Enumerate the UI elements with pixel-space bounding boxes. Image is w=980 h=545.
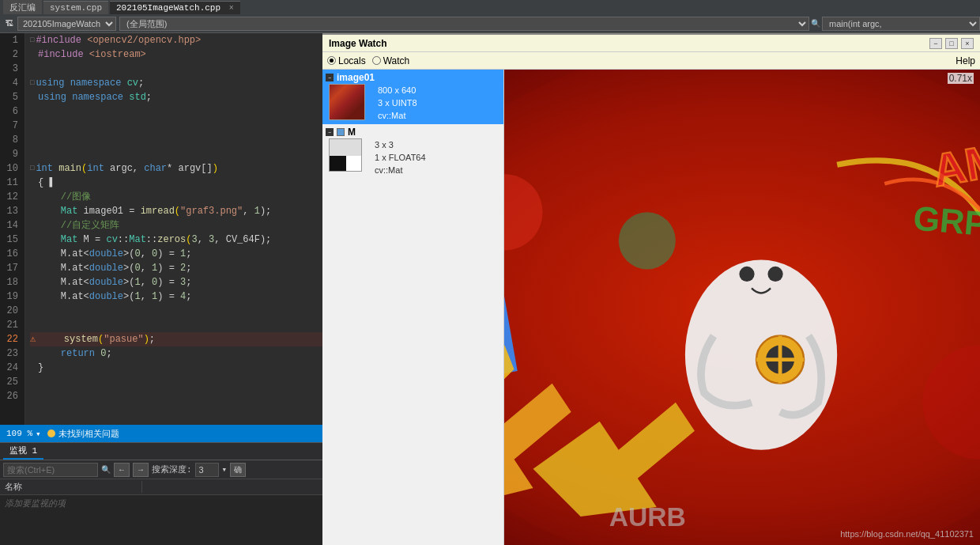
code-lines: 1 2 3 4 5 6 7 8 9 10 11 12 13 14	[0, 33, 322, 425]
code-line-18: M.at<double>(1, 0) = 3;	[30, 275, 322, 290]
graffiti-image: AM GRP AURB	[504, 70, 980, 545]
color-box-m	[337, 128, 345, 136]
imagewatch-item-image01[interactable]: − image01 800 x 640 3 x UINT8 cv::Mat	[322, 70, 503, 124]
code-line-26	[30, 389, 322, 403]
status-warning: 未找到相关问题	[47, 428, 119, 440]
watch-add-item: 添加要监视的项	[0, 496, 70, 511]
code-line-6	[30, 104, 322, 119]
svg-text:GRP: GRP	[912, 199, 980, 243]
code-line-3	[30, 62, 322, 76]
apply-search-btn[interactable]: 确	[230, 463, 246, 477]
status-bar: 109 % ▾ 未找到相关问题	[0, 425, 322, 442]
code-line-17: M.at<double>(0, 1) = 2;	[30, 261, 322, 275]
code-line-9	[30, 147, 322, 161]
code-line-7	[30, 119, 322, 133]
svg-text:AURB: AURB	[609, 502, 686, 532]
watch-toolbar: 🔍 ← → 搜索深度: ▾ 确	[0, 460, 322, 479]
code-line-16: M.at<double>(0, 0) = 1;	[30, 247, 322, 261]
restore-button[interactable]: □	[945, 38, 958, 49]
watermark-text: https://blog.csdn.net/qq_41102371	[840, 529, 974, 539]
tab-bar: 反汇编 system.cpp 202105ImageWatch.cpp ×	[0, 0, 980, 14]
watch-tab-1[interactable]: 监视 1	[3, 443, 43, 460]
svg-point-14	[767, 267, 782, 282]
imagewatch-item-name-m: M	[348, 127, 356, 138]
collapse-btn-10[interactable]: □	[30, 161, 34, 176]
left-panel: 1 2 3 4 5 6 7 8 9 10 11 12 13 14	[0, 33, 322, 545]
imagewatch-header: Image Watch − □ ×	[322, 33, 980, 52]
search-icon: 🔍	[101, 465, 111, 475]
imagewatch-item-name-image01: image01	[337, 72, 375, 83]
svg-point-26	[619, 212, 676, 269]
watch-header: 名称	[0, 479, 322, 495]
code-line-22: ⚠ system("pasue");	[30, 332, 322, 346]
imagewatch-toolbar: Locals Watch Help	[322, 52, 980, 70]
close-button[interactable]: ×	[961, 38, 974, 49]
minimize-button[interactable]: −	[929, 38, 942, 49]
code-line-14: //自定义矩阵	[30, 218, 322, 233]
status-zoom: 109 % ▾	[6, 429, 41, 439]
code-line-20	[30, 304, 322, 318]
code-line-15: Mat M = cv::Mat::zeros(3, 3, CV_64F);	[30, 233, 322, 247]
code-line-8	[30, 133, 322, 147]
code-line-19: M.at<double>(1, 1) = 4;	[30, 290, 322, 304]
code-line-2: #include <iostream>	[30, 47, 322, 62]
code-area: 1 2 3 4 5 6 7 8 9 10 11 12 13 14	[0, 33, 322, 425]
watch-radio[interactable]: Watch	[372, 55, 410, 66]
view-mode-radio-group: Locals Watch	[327, 55, 409, 66]
code-line-23: return 0;	[30, 346, 322, 361]
imagewatch-variable-list: − image01 800 x 640 3 x UINT8 cv::Mat	[322, 70, 504, 545]
zoom-label: 0.71x	[948, 73, 974, 84]
watch-col-name: 名称	[0, 481, 142, 493]
project-select[interactable]: 202105ImageWatch	[17, 17, 116, 31]
code-line-21	[30, 318, 322, 332]
panel-tabs: 监视 1	[0, 443, 322, 460]
tab-close-icon[interactable]: ×	[229, 4, 234, 13]
watch-add-row[interactable]: 添加要监视的项	[0, 495, 322, 511]
imagewatch-item-m[interactable]: − M	[322, 124, 503, 179]
svg-rect-3	[330, 156, 346, 172]
search-toolbar-icon: 🔍	[809, 17, 822, 30]
search-back-btn[interactable]: ←	[114, 463, 130, 477]
code-line-12: //图像	[30, 190, 322, 204]
m-matrix-svg	[330, 139, 362, 172]
project-icon: 🏗	[3, 17, 16, 30]
code-line-11: { ▌	[30, 176, 322, 190]
collapse-icon-image01[interactable]: −	[326, 74, 334, 81]
code-line-25	[30, 375, 322, 389]
code-line-4: □using namespace cv;	[30, 76, 322, 90]
collapse-icon-m[interactable]: −	[326, 128, 334, 136]
imagewatch-item-info-image01: 800 x 640 3 x UINT8 cv::Mat	[365, 84, 417, 122]
imagewatch-image-area: 0.71x	[504, 70, 980, 545]
collapse-btn-4[interactable]: □	[30, 76, 34, 90]
locals-radio[interactable]: Locals	[327, 55, 366, 66]
imagewatch-item-header-image01: − image01	[326, 72, 500, 83]
code-line-10: □int main(int argc, char* argv[])	[30, 161, 322, 176]
locals-radio-circle	[327, 56, 336, 65]
main-layout: 1 2 3 4 5 6 7 8 9 10 11 12 13 14	[0, 33, 980, 545]
search-forward-btn[interactable]: →	[133, 463, 149, 477]
help-link[interactable]: Help	[956, 55, 975, 66]
watch-radio-circle	[372, 56, 381, 65]
imagewatch-thumb-m	[329, 138, 362, 172]
code-content[interactable]: □#include <opencv2/opencv.hpp> #include …	[25, 33, 322, 425]
imagewatch-title: Image Watch	[329, 38, 387, 49]
svg-point-13	[739, 267, 754, 282]
imagewatch-panel: Image Watch − □ × Locals Watch	[322, 33, 980, 545]
code-line-5: using namespace std;	[30, 90, 322, 104]
tab-imagewatch-cpp[interactable]: 202105ImageWatch.cpp ×	[110, 1, 240, 14]
svg-rect-2	[330, 139, 362, 156]
imagewatch-window-controls: − □ ×	[929, 38, 974, 49]
imagewatch-item-info-m: 3 x 3 1 x FLOAT64 cv::Mat	[362, 138, 426, 176]
imagewatch-content: − image01 800 x 640 3 x UINT8 cv::Mat	[322, 70, 980, 545]
watch-search-input[interactable]	[3, 463, 98, 477]
tab-decompile[interactable]: 反汇编	[3, 0, 42, 15]
code-line-13: Mat image01 = imread("graf3.png", 1);	[30, 204, 322, 218]
collapse-btn-1[interactable]: □	[30, 33, 34, 47]
imagewatch-thumb-image01	[329, 84, 365, 120]
line-numbers: 1 2 3 4 5 6 7 8 9 10 11 12 13 14	[0, 33, 25, 425]
search-depth-input[interactable]	[195, 463, 219, 477]
code-line-24: }	[30, 361, 322, 375]
function-select[interactable]: main(int argc,	[822, 17, 980, 31]
scope-select[interactable]: (全局范围)	[119, 17, 809, 31]
tab-system-cpp[interactable]: system.cpp	[43, 1, 108, 14]
